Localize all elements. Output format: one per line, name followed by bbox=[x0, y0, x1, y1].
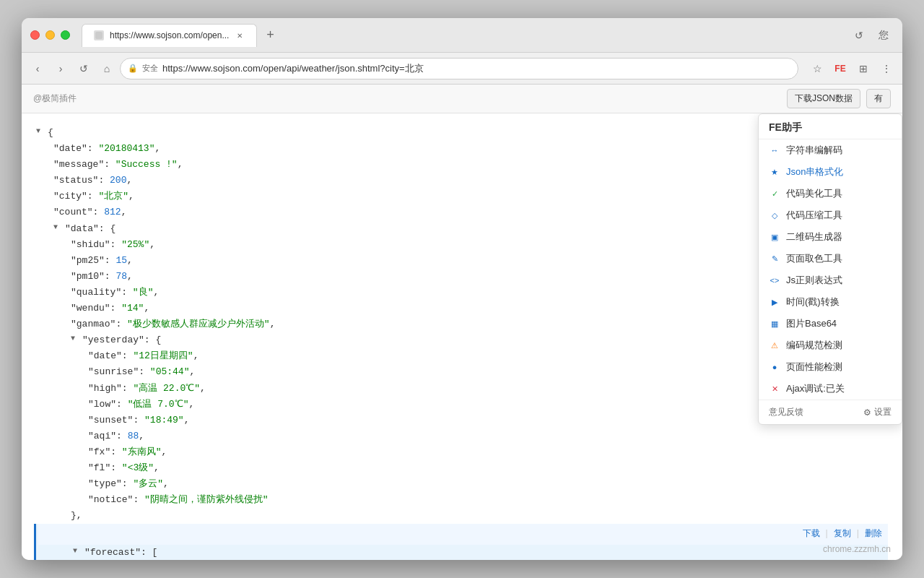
fe-menu-item-时间(戳)转换[interactable]: ▶时间(戳)转换 bbox=[759, 291, 902, 313]
tab-favicon bbox=[94, 30, 104, 40]
reload-button[interactable]: ↺ bbox=[74, 59, 94, 79]
fe-menu-item-代码美化工具[interactable]: ✓代码美化工具 bbox=[759, 183, 902, 204]
maximize-button[interactable] bbox=[61, 30, 70, 40]
tab-label: https://www.sojson.com/open... bbox=[110, 30, 229, 40]
fe-menu-label: Ajax调试:已关 bbox=[786, 382, 845, 395]
fe-menu-label: 代码美化工具 bbox=[786, 187, 842, 200]
fe-menu-item-页面性能检测[interactable]: ●页面性能检测 bbox=[759, 356, 902, 378]
fe-assistant-dropdown: FE助手 ↔字符串编解码★Json串格式化✓代码美化工具◇代码压缩工具▣二维码生… bbox=[758, 113, 902, 425]
fe-menu-label: 页面取色工具 bbox=[786, 252, 842, 265]
show-all-button[interactable]: 有 bbox=[866, 89, 891, 108]
settings-link[interactable]: ⚙ 设置 bbox=[863, 406, 892, 418]
fe-icon[interactable]: FE bbox=[830, 59, 850, 79]
json-yes-aqi-line: "aqi": 88, bbox=[36, 428, 888, 444]
toolbar-row: @极简插件 下载JSON数据 有 bbox=[22, 85, 902, 113]
user-icon[interactable]: 您 bbox=[873, 25, 894, 46]
fe-menu-icon: ▶ bbox=[769, 296, 780, 308]
fe-menu-item-Js正则表达式[interactable]: <>Js正则表达式 bbox=[759, 269, 902, 291]
fe-menu-label: 字符串编解码 bbox=[786, 144, 842, 157]
json-yes-fl-line: "fl": "<3级", bbox=[36, 460, 888, 476]
security-label: 安全 bbox=[142, 63, 158, 74]
fe-menu-icon: ⚠ bbox=[769, 340, 780, 351]
fe-menu-label: 编码规范检测 bbox=[786, 339, 842, 352]
home-button[interactable]: ⌂ bbox=[97, 59, 117, 79]
sep1: | bbox=[824, 527, 829, 541]
fe-menu-label: 时间(戳)转换 bbox=[786, 296, 840, 309]
fe-menu-icon: ◇ bbox=[769, 210, 780, 221]
content-area: ▼ { "date": "20180413", "message": "Succ… bbox=[22, 113, 902, 560]
watermark-text: @极简插件 bbox=[33, 92, 77, 105]
download-link[interactable]: 下载 bbox=[803, 527, 820, 541]
fe-menu-icon: ★ bbox=[769, 166, 780, 178]
fe-menu-item-图片Base64[interactable]: ▦图片Base64 bbox=[759, 313, 902, 335]
fe-footer: 意见反馈 ⚙ 设置 bbox=[759, 400, 902, 424]
url-text[interactable]: https://www.sojson.com/open/api/weather/… bbox=[162, 62, 790, 75]
fe-menu-item-代码压缩工具[interactable]: ◇代码压缩工具 bbox=[759, 204, 902, 226]
fe-menu-label: Js正则表达式 bbox=[786, 274, 842, 287]
json-yes-type-line: "type": "多云", bbox=[36, 476, 888, 492]
security-icon: 🔒 bbox=[128, 64, 138, 73]
toggle-forecast[interactable]: ▼ bbox=[73, 545, 82, 557]
json-yes-fx-line: "fx": "东南风", bbox=[36, 444, 888, 460]
fe-menu-label: 代码压缩工具 bbox=[786, 209, 842, 222]
fe-menu-item-Ajax调试:已关[interactable]: ✕Ajax调试:已关 bbox=[759, 378, 902, 400]
address-right-icons: ☆ FE ⊞ ⋮ bbox=[807, 59, 897, 79]
fe-menu-icon: ✓ bbox=[769, 188, 780, 199]
active-tab[interactable]: https://www.sojson.com/open... ✕ bbox=[82, 24, 257, 47]
new-tab-button[interactable]: + bbox=[260, 25, 280, 46]
json-action-row: 下载 | 复制 | 删除 bbox=[38, 524, 888, 544]
forecast-section: 下载 | 复制 | 删除 ▼ "forecast": [ ▼ { "date":… bbox=[34, 524, 888, 560]
sync-icon[interactable]: ↺ bbox=[849, 25, 869, 46]
toggle-data[interactable]: ▼ bbox=[53, 221, 62, 233]
settings-gear-icon: ⚙ bbox=[863, 407, 871, 418]
json-yesterday-close: }, bbox=[36, 508, 888, 524]
fe-menu-label: 页面性能检测 bbox=[786, 361, 842, 374]
fe-menu-label: 图片Base64 bbox=[786, 317, 837, 330]
feedback-link[interactable]: 意见反馈 bbox=[769, 406, 803, 418]
fe-menu-icon: ● bbox=[769, 361, 780, 373]
traffic-lights bbox=[30, 30, 70, 40]
fe-menu-icon: <> bbox=[769, 275, 780, 286]
title-bar: https://www.sojson.com/open... ✕ + ↺ 您 bbox=[22, 18, 902, 53]
svg-rect-0 bbox=[95, 32, 103, 39]
minimize-button[interactable] bbox=[45, 30, 55, 40]
fe-menu-label: 二维码生成器 bbox=[786, 230, 842, 243]
fe-menu-label: Json串格式化 bbox=[786, 165, 843, 178]
back-button[interactable]: ‹ bbox=[27, 59, 48, 79]
toolbar-right: 下载JSON数据 有 bbox=[787, 89, 891, 108]
address-bar-row: ‹ › ↺ ⌂ 🔒 安全 https://www.sojson.com/open… bbox=[22, 53, 902, 85]
settings-label: 设置 bbox=[874, 406, 892, 418]
fe-assistant-title: FE助手 bbox=[759, 114, 902, 139]
fe-menu-item-页面取色工具[interactable]: ✎页面取色工具 bbox=[759, 248, 902, 269]
footer-watermark: chrome.zzzmh.cn bbox=[823, 544, 891, 554]
download-json-button[interactable]: 下载JSON数据 bbox=[787, 89, 860, 108]
copy-link[interactable]: 复制 bbox=[834, 527, 851, 541]
tab-area: https://www.sojson.com/open... ✕ + bbox=[82, 24, 849, 47]
toggle-root[interactable]: ▼ bbox=[36, 125, 45, 137]
bookmark-icon[interactable]: ☆ bbox=[807, 59, 827, 79]
extension-icon[interactable]: ⊞ bbox=[853, 59, 873, 79]
fe-menu-item-二维码生成器[interactable]: ▣二维码生成器 bbox=[759, 226, 902, 248]
fe-menu-icon: ✎ bbox=[769, 253, 780, 264]
json-forecast-open: ▼ "forecast": [ bbox=[38, 545, 888, 560]
fe-menu-list: ↔字符串编解码★Json串格式化✓代码美化工具◇代码压缩工具▣二维码生成器✎页面… bbox=[759, 139, 902, 400]
fe-menu-icon: ▣ bbox=[769, 231, 780, 243]
forward-button[interactable]: › bbox=[51, 59, 71, 79]
sep2: | bbox=[855, 527, 860, 541]
tab-close-button[interactable]: ✕ bbox=[235, 30, 245, 40]
fe-menu-icon: ✕ bbox=[769, 383, 780, 394]
fe-menu-icon: ▦ bbox=[769, 318, 780, 329]
fe-menu-item-Json串格式化[interactable]: ★Json串格式化 bbox=[759, 161, 902, 183]
fe-menu-item-编码规范检测[interactable]: ⚠编码规范检测 bbox=[759, 335, 902, 356]
address-bar[interactable]: 🔒 安全 https://www.sojson.com/open/api/wea… bbox=[120, 58, 798, 79]
delete-link[interactable]: 删除 bbox=[865, 527, 882, 541]
toggle-yesterday[interactable]: ▼ bbox=[71, 332, 79, 345]
page-watermark: @极简插件 bbox=[33, 92, 77, 105]
fe-menu-icon: ↔ bbox=[769, 144, 780, 156]
json-yes-notice-line: "notice": "阴晴之间，谨防紫外线侵扰" bbox=[36, 492, 888, 508]
fe-menu-item-字符串编解码[interactable]: ↔字符串编解码 bbox=[759, 139, 902, 161]
browser-actions: ↺ 您 bbox=[849, 25, 894, 46]
close-button[interactable] bbox=[30, 30, 40, 40]
menu-icon[interactable]: ⋮ bbox=[876, 59, 897, 79]
